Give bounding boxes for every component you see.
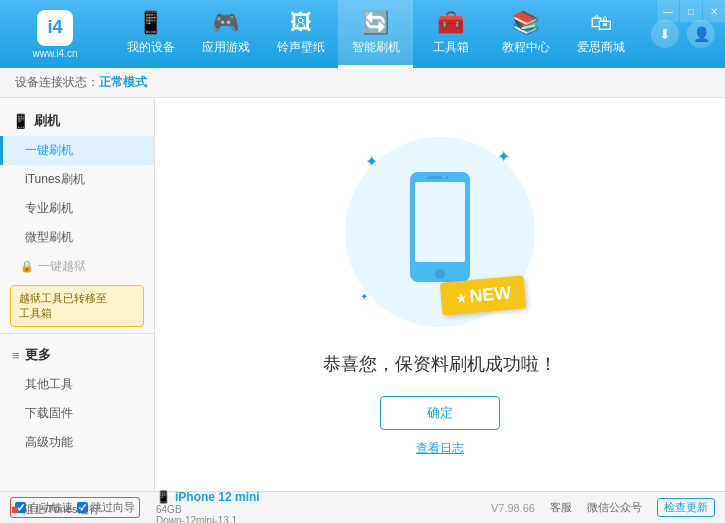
flash-section-icon: 📱: [12, 113, 29, 129]
sidebar-section-flash: 📱 刷机: [0, 106, 154, 136]
sidebar-section-more: ≡ 更多: [0, 340, 154, 370]
success-illustration: ✦ ✦ ✦ NEW: [340, 132, 540, 332]
device-name: iPhone 12 mini: [175, 490, 260, 504]
sidebar: 📱 刷机 一键刷机 iTunes刷机 专业刷机 微型刷机 🔒 一键越狱 越狱工具…: [0, 98, 155, 491]
status-label: 设备连接状态：: [15, 74, 99, 91]
minimize-button[interactable]: —: [657, 0, 679, 22]
top-bar: — □ ✕ i4 www.i4.cn 📱 我的设备 🎮 应用游戏 🖼 铃声壁纸 …: [0, 0, 725, 68]
bottom-right-area: V7.98.66 客服 微信公众号 检查更新: [491, 498, 715, 517]
bottom-bar: 自动敏速 跳过向导 📱 iPhone 12 mini 64GB Down-12m…: [0, 491, 725, 523]
restore-button[interactable]: □: [680, 0, 702, 22]
device-model: Down-12mini-13,1: [156, 515, 260, 524]
account-button[interactable]: 👤: [687, 20, 715, 48]
itunes-status-label: 阻止iTunes运行: [23, 502, 100, 517]
logo-text: www.i4.cn: [32, 48, 77, 59]
view-log-link[interactable]: 查看日志: [416, 440, 464, 457]
wechat-link[interactable]: 微信公众号: [587, 500, 642, 515]
logo-icon: i4: [37, 10, 73, 46]
main-nav: 📱 我的设备 🎮 应用游戏 🖼 铃声壁纸 🔄 智能刷机 🧰 工具箱 📚 教程中心…: [100, 0, 651, 68]
new-badge: NEW: [439, 275, 526, 315]
sparkle-3: ✦: [360, 291, 368, 302]
nav-my-device-label: 我的设备: [127, 39, 175, 56]
app-logo: i4 www.i4.cn: [10, 0, 100, 68]
nav-tutorial-label: 教程中心: [502, 39, 550, 56]
sidebar-item-pro-flash[interactable]: 专业刷机: [0, 194, 154, 223]
new-badge-text: NEW: [468, 283, 512, 307]
sidebar-item-other-tools[interactable]: 其他工具: [0, 370, 154, 399]
sidebar-item-itunes-flash[interactable]: iTunes刷机: [0, 165, 154, 194]
nav-wallpaper[interactable]: 🖼 铃声壁纸: [263, 0, 338, 68]
itunes-status: ⏹ 阻止iTunes运行: [10, 502, 100, 517]
store-icon: 🛍: [590, 10, 612, 36]
status-value: 正常模式: [99, 74, 147, 91]
nav-toolbox[interactable]: 🧰 工具箱: [413, 0, 488, 68]
version-text: V7.98.66: [491, 502, 535, 514]
main-layout: 📱 刷机 一键刷机 iTunes刷机 专业刷机 微型刷机 🔒 一键越狱 越狱工具…: [0, 98, 725, 491]
phone-graphic: [405, 172, 475, 292]
sidebar-locked-label: 一键越狱: [38, 258, 86, 275]
sidebar-warning-text: 越狱工具已转移至工具箱: [19, 292, 107, 319]
nav-store[interactable]: 🛍 爱思商城: [563, 0, 638, 68]
svg-rect-1: [415, 182, 465, 262]
sidebar-item-micro-flash[interactable]: 微型刷机: [0, 223, 154, 252]
smart-flash-icon: 🔄: [362, 10, 389, 36]
sparkle-1: ✦: [365, 152, 378, 171]
sidebar-item-one-key-flash[interactable]: 一键刷机: [0, 136, 154, 165]
content-area: ✦ ✦ ✦ NEW 恭喜您，保资料刷机成功啦！ 确定 查看日志: [155, 98, 725, 491]
svg-point-2: [435, 269, 445, 279]
svg-rect-3: [427, 176, 443, 179]
sidebar-divider: [0, 333, 154, 334]
tutorial-icon: 📚: [512, 10, 539, 36]
svg-point-4: [446, 176, 449, 179]
status-bar: 设备连接状态： 正常模式: [0, 68, 725, 98]
nav-toolbox-label: 工具箱: [433, 39, 469, 56]
sidebar-warning-jailbreak: 越狱工具已转移至工具箱: [10, 285, 144, 327]
nav-apps-games-label: 应用游戏: [202, 39, 250, 56]
apps-games-icon: 🎮: [212, 10, 239, 36]
nav-wallpaper-label: 铃声壁纸: [277, 39, 325, 56]
download-button[interactable]: ⬇: [651, 20, 679, 48]
stop-icon: ⏹: [10, 504, 20, 515]
nav-smart-flash-label: 智能刷机: [352, 39, 400, 56]
nav-my-device[interactable]: 📱 我的设备: [113, 0, 188, 68]
nav-smart-flash[interactable]: 🔄 智能刷机: [338, 0, 413, 68]
sidebar-item-advanced[interactable]: 高级功能: [0, 428, 154, 457]
sidebar-more-label: 更多: [25, 346, 51, 364]
nav-tutorial[interactable]: 📚 教程中心: [488, 0, 563, 68]
nav-store-label: 爱思商城: [577, 39, 625, 56]
close-button[interactable]: ✕: [703, 0, 725, 22]
success-message: 恭喜您，保资料刷机成功啦！: [323, 352, 557, 376]
support-link[interactable]: 客服: [550, 500, 572, 515]
nav-apps-games[interactable]: 🎮 应用游戏: [188, 0, 263, 68]
my-device-icon: 📱: [137, 10, 164, 36]
update-button[interactable]: 检查更新: [657, 498, 715, 517]
lock-icon: 🔒: [20, 260, 34, 273]
sidebar-item-download-firmware[interactable]: 下载固件: [0, 399, 154, 428]
wallpaper-icon: 🖼: [290, 10, 312, 36]
device-phone-icon: 📱: [156, 490, 171, 504]
confirm-button[interactable]: 确定: [380, 396, 500, 430]
toolbox-icon: 🧰: [437, 10, 464, 36]
nav-right-area: ⬇ 👤: [651, 20, 715, 48]
sidebar-section-flash-label: 刷机: [34, 112, 60, 130]
device-info: 📱 iPhone 12 mini 64GB Down-12mini-13,1: [156, 490, 260, 524]
device-storage: 64GB: [156, 504, 260, 515]
window-controls: — □ ✕: [657, 0, 725, 22]
sparkle-2: ✦: [497, 147, 510, 166]
sidebar-locked-jailbreak: 🔒 一键越狱: [0, 252, 154, 281]
